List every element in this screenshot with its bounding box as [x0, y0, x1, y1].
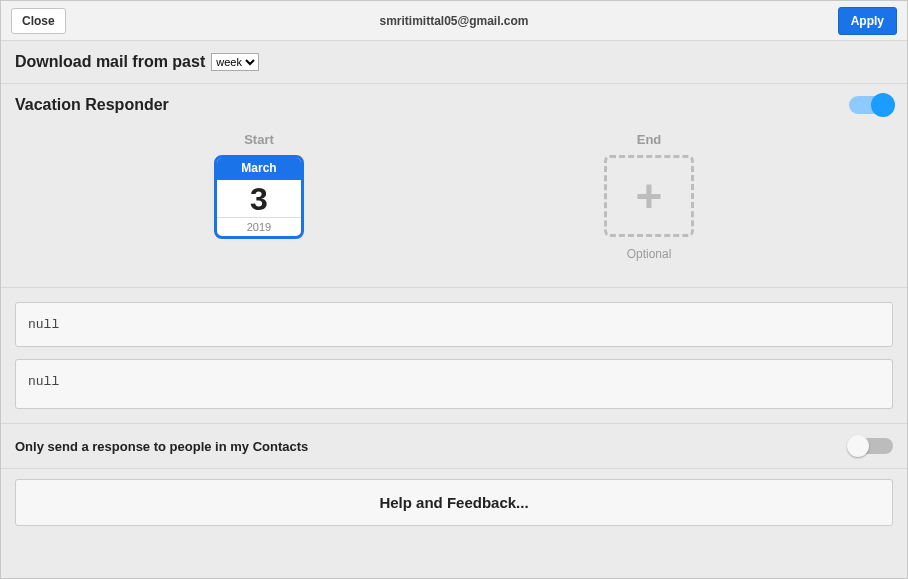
- vacation-subject-input[interactable]: null: [15, 302, 893, 347]
- contacts-only-label: Only send a response to people in my Con…: [15, 439, 308, 454]
- plus-icon: +: [636, 173, 663, 219]
- vacation-body-input[interactable]: null: [15, 359, 893, 409]
- end-date-picker[interactable]: +: [604, 155, 694, 237]
- start-date-picker[interactable]: March 3 2019: [214, 155, 304, 239]
- close-button[interactable]: Close: [11, 8, 66, 34]
- contacts-only-toggle[interactable]: [849, 438, 893, 454]
- toggle-knob: [847, 435, 869, 457]
- start-date-column: Start March 3 2019: [214, 132, 304, 261]
- download-mail-section: Download mail from past week: [1, 41, 907, 84]
- end-date-column: End + Optional: [604, 132, 694, 261]
- download-mail-select[interactable]: week: [211, 53, 259, 71]
- apply-button[interactable]: Apply: [838, 7, 897, 35]
- contacts-only-section: Only send a response to people in my Con…: [1, 424, 907, 469]
- start-year: 2019: [217, 217, 301, 236]
- help-section: Help and Feedback...: [1, 469, 907, 540]
- end-label: End: [637, 132, 662, 147]
- vacation-dates-row: Start March 3 2019 End + Optional: [15, 114, 893, 271]
- vacation-responder-title: Vacation Responder: [15, 96, 169, 114]
- account-email: smritimittal05@gmail.com: [379, 14, 528, 28]
- end-optional-label: Optional: [627, 247, 672, 261]
- start-label: Start: [244, 132, 274, 147]
- download-mail-label: Download mail from past: [15, 53, 205, 71]
- toggle-knob: [871, 93, 895, 117]
- start-day: 3: [217, 180, 301, 217]
- vacation-responder-toggle[interactable]: [849, 96, 893, 114]
- vacation-responder-section: Vacation Responder Start March 3 2019 En…: [1, 84, 907, 288]
- help-feedback-button[interactable]: Help and Feedback...: [15, 479, 893, 526]
- start-month: March: [217, 158, 301, 180]
- top-bar: Close smritimittal05@gmail.com Apply: [1, 1, 907, 41]
- vacation-message-fields: null null: [1, 288, 907, 424]
